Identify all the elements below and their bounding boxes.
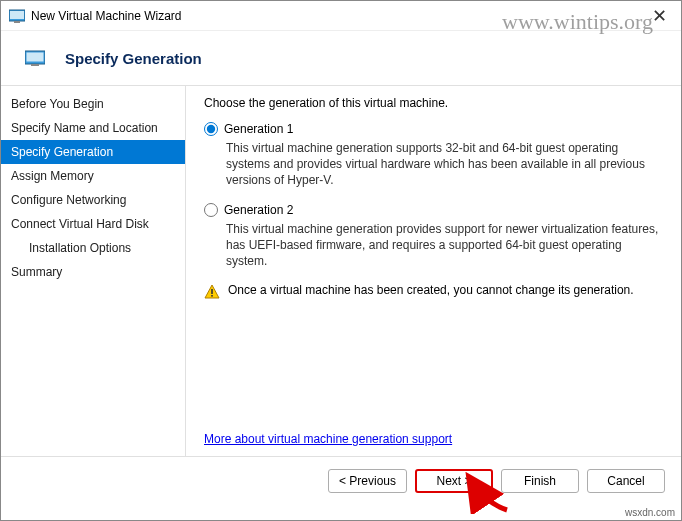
radio-generation-2[interactable] [204,203,218,217]
svg-rect-8 [211,295,213,297]
sidebar-item-specify-name[interactable]: Specify Name and Location [1,116,185,140]
warning-text: Once a virtual machine has been created,… [228,283,634,297]
radio-label-gen2: Generation 2 [224,203,293,217]
wizard-window: New Virtual Machine Wizard ✕ www.wintips… [0,0,682,521]
desc-generation-2: This virtual machine generation provides… [226,221,663,270]
sidebar-item-before-you-begin[interactable]: Before You Begin [1,92,185,116]
wizard-body: Before You Begin Specify Name and Locati… [1,86,681,456]
desc-generation-1: This virtual machine generation supports… [226,140,663,189]
page-title: Specify Generation [65,50,202,67]
sidebar-item-specify-generation[interactable]: Specify Generation [1,140,185,164]
header-icon [25,49,45,67]
content-prompt: Choose the generation of this virtual ma… [204,96,663,110]
source-label: wsxdn.com [625,507,675,518]
more-link[interactable]: More about virtual machine generation su… [204,432,452,446]
titlebar: New Virtual Machine Wizard ✕ [1,1,681,31]
svg-rect-7 [211,289,213,294]
svg-rect-4 [27,53,44,62]
warning-icon [204,284,220,300]
page-header: Specify Generation [1,31,681,86]
close-icon[interactable]: ✕ [646,5,673,27]
sidebar-item-connect-vhd[interactable]: Connect Virtual Hard Disk [1,212,185,236]
sidebar-item-configure-networking[interactable]: Configure Networking [1,188,185,212]
option-generation-2: Generation 2 This virtual machine genera… [204,203,663,270]
option-generation-1: Generation 1 This virtual machine genera… [204,122,663,189]
warning-row: Once a virtual machine has been created,… [204,283,663,300]
sidebar-item-assign-memory[interactable]: Assign Memory [1,164,185,188]
radio-row-gen1[interactable]: Generation 1 [204,122,663,136]
app-icon [9,8,25,24]
radio-generation-1[interactable] [204,122,218,136]
next-button[interactable]: Next > [415,469,493,493]
wizard-sidebar: Before You Begin Specify Name and Locati… [1,86,186,456]
svg-rect-5 [31,64,39,66]
sidebar-item-summary[interactable]: Summary [1,260,185,284]
wizard-content: Choose the generation of this virtual ma… [186,86,681,456]
finish-button[interactable]: Finish [501,469,579,493]
sidebar-item-installation-options[interactable]: Installation Options [1,236,185,260]
svg-rect-1 [10,11,24,19]
wizard-footer: < Previous Next > Finish Cancel [1,456,681,504]
radio-row-gen2[interactable]: Generation 2 [204,203,663,217]
window-title: New Virtual Machine Wizard [31,9,646,23]
previous-button[interactable]: < Previous [328,469,407,493]
radio-label-gen1: Generation 1 [224,122,293,136]
cancel-button[interactable]: Cancel [587,469,665,493]
svg-rect-2 [14,21,20,23]
